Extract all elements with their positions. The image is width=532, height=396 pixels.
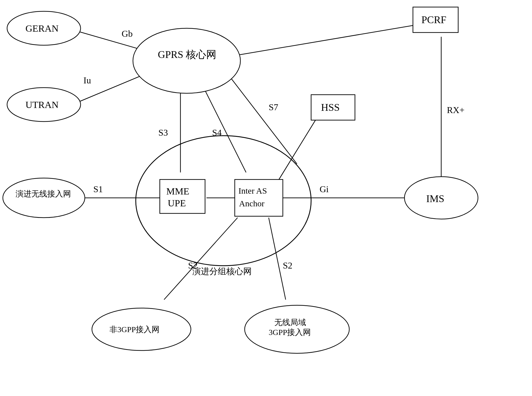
upe-label: UPE: [168, 198, 186, 208]
geran-label: GERAN: [25, 23, 59, 34]
utran-label: UTRAN: [25, 99, 59, 110]
gi-label: Gi: [320, 184, 329, 194]
inter-as-label-line1: Inter AS: [238, 186, 267, 195]
inter-as-shape: [235, 179, 283, 216]
evolved-ran-label: 演进无线接入网: [16, 189, 71, 198]
gb-label: Gb: [122, 29, 133, 39]
ims-label: IMS: [426, 193, 444, 204]
mme-upe-shape: [160, 179, 205, 213]
iu-label: Iu: [83, 75, 91, 85]
s3-label: S3: [158, 127, 168, 138]
rx-plus-label: RX+: [447, 105, 465, 115]
inter-as-label-line2: Anchor: [239, 199, 264, 208]
s7-label: S7: [269, 102, 278, 112]
pcrf-label: PCRF: [421, 14, 446, 25]
hss-label: HSS: [321, 102, 340, 113]
wlan-label-line1: 无线局域: [274, 318, 306, 327]
wlan-label-line2: 3GPP接入网: [269, 328, 311, 337]
s1-label: S1: [93, 184, 103, 194]
evolved-core-label: 演进分组核心网: [192, 267, 252, 276]
non3gpp-label: 非3GPP接入网: [109, 325, 160, 334]
s2-right-label: S2: [283, 260, 292, 271]
gprs-label-line1: GPRS 核心网: [158, 49, 216, 60]
mme-label: MME: [166, 186, 189, 196]
gprs-shape: [133, 28, 240, 93]
diagram-container: Gb Iu S3 S4 S7 RX+ S1 Gi: [0, 0, 532, 396]
